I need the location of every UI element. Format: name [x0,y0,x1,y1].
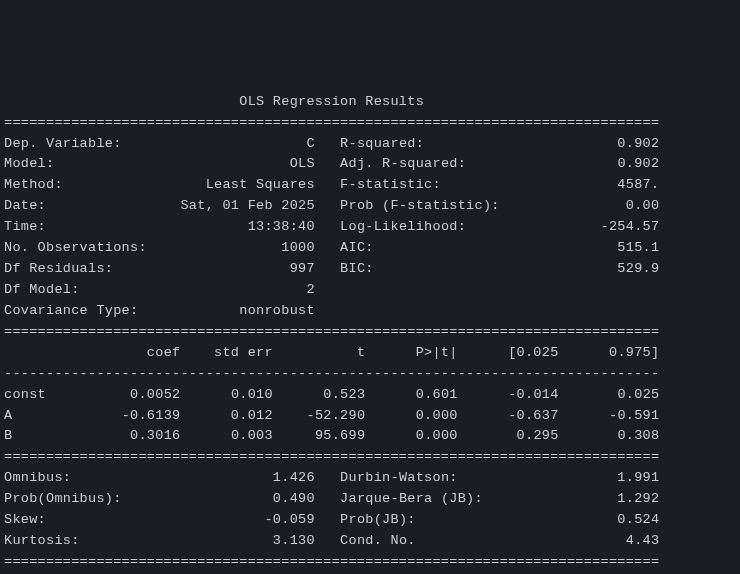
kurtosis-value: 3.130 [273,533,315,548]
cond-no-value: 4.43 [626,533,660,548]
row-time: Time: 13:38:40 Log-Likelihood: -254.57 [4,219,659,234]
date-value: Sat, 01 Feb 2025 [180,198,314,213]
row-omnibus: Omnibus: 1.426 Durbin-Watson: 1.991 [4,470,659,485]
title-line: OLS Regression Results [4,94,659,109]
cov-type-label: Covariance Type: [4,303,138,318]
row-ci-low: 0.295 [517,428,559,443]
row-std-err: 0.010 [231,387,273,402]
r-squared-value: 0.902 [617,136,659,151]
df-resid-label: Df Residuals: [4,261,113,276]
row-std-err: 0.012 [231,408,273,423]
row-date: Date: Sat, 01 Feb 2025 Prob (F-statistic… [4,198,659,213]
prob-jb-value: 0.524 [617,512,659,527]
row-name: A [4,408,12,423]
df-model-value: 2 [306,282,314,297]
coef-row-b: B 0.3016 0.003 95.699 0.000 0.295 0.308 [4,428,659,443]
row-ci-low: -0.637 [508,408,558,423]
row-skew: Skew: -0.059 Prob(JB): 0.524 [4,512,659,527]
row-method: Method: Least Squares F-statistic: 4587. [4,177,659,192]
prob-f-label: Prob (F-statistic): [340,198,500,213]
row-p: 0.000 [416,428,458,443]
f-stat-value: 4587. [617,177,659,192]
rule-double: ========================================… [4,449,659,464]
row-t: 0.523 [323,387,365,402]
jb-label: Jarque-Bera (JB): [340,491,483,506]
dw-value: 1.991 [617,470,659,485]
omnibus-value: 1.426 [273,470,315,485]
aic-value: 515.1 [617,240,659,255]
prob-jb-label: Prob(JB): [340,512,416,527]
prob-omnibus-value: 0.490 [273,491,315,506]
nobs-label: No. Observations: [4,240,147,255]
header-ci-low: [0.025 [508,345,558,360]
regression-output: OLS Regression Results =================… [4,92,736,574]
row-ci-high: 0.025 [617,387,659,402]
date-label: Date: [4,198,46,213]
rule-double: ========================================… [4,324,659,339]
header-p: P>|t| [416,345,458,360]
r-squared-label: R-squared: [340,136,424,151]
bic-label: BIC: [340,261,374,276]
rule-double: ========================================… [4,115,659,130]
row-p: 0.000 [416,408,458,423]
nobs-value: 1000 [281,240,315,255]
bic-value: 529.9 [617,261,659,276]
cond-no-label: Cond. No. [340,533,416,548]
jb-value: 1.292 [617,491,659,506]
header-std-err: std err [214,345,273,360]
adj-r-squared-value: 0.902 [617,156,659,171]
row-p: 0.601 [416,387,458,402]
f-stat-label: F-statistic: [340,177,441,192]
loglik-label: Log-Likelihood: [340,219,466,234]
prob-omnibus-label: Prob(Omnibus): [4,491,122,506]
row-std-err: 0.003 [231,428,273,443]
row-name: const [4,387,46,402]
row-kurtosis: Kurtosis: 3.130 Cond. No. 4.43 [4,533,659,548]
row-df-resid: Df Residuals: 997 BIC: 529.9 [4,261,659,276]
dep-variable-label: Dep. Variable: [4,136,122,151]
time-label: Time: [4,219,46,234]
header-coef: coef [147,345,181,360]
row-ci-low: -0.014 [508,387,558,402]
row-t: -52.290 [306,408,365,423]
method-label: Method: [4,177,63,192]
prob-f-value: 0.00 [626,198,660,213]
row-ci-high: 0.308 [617,428,659,443]
row-df-model: Df Model: 2 [4,282,659,297]
row-coef: 0.0052 [130,387,180,402]
row-coef: -0.6139 [122,408,181,423]
dw-label: Durbin-Watson: [340,470,458,485]
method-value: Least Squares [206,177,315,192]
row-t: 95.699 [315,428,365,443]
header-ci-high: 0.975] [609,345,659,360]
coef-row-const: const 0.0052 0.010 0.523 0.601 -0.014 0.… [4,387,659,402]
row-prob-omnibus: Prob(Omnibus): 0.490 Jarque-Bera (JB): 1… [4,491,659,506]
row-name: B [4,428,12,443]
row-dep-variable: Dep. Variable: C R-squared: 0.902 [4,136,659,151]
time-value: 13:38:40 [248,219,315,234]
df-model-label: Df Model: [4,282,80,297]
skew-value: -0.059 [264,512,314,527]
adj-r-squared-label: Adj. R-squared: [340,156,466,171]
rule-single: ----------------------------------------… [4,366,659,381]
skew-label: Skew: [4,512,46,527]
cov-type-value: nonrobust [239,303,315,318]
row-coef: 0.3016 [130,428,180,443]
row-nobs: No. Observations: 1000 AIC: 515.1 [4,240,659,255]
dep-variable-value: C [306,136,314,151]
row-cov-type: Covariance Type: nonrobust [4,303,659,318]
title: OLS Regression Results [239,94,424,109]
loglik-value: -254.57 [601,219,660,234]
model-label: Model: [4,156,54,171]
aic-label: AIC: [340,240,374,255]
coef-row-a: A -0.6139 0.012 -52.290 0.000 -0.637 -0.… [4,408,659,423]
coef-header-row: coef std err t P>|t| [0.025 0.975] [4,345,659,360]
df-resid-value: 997 [290,261,315,276]
kurtosis-label: Kurtosis: [4,533,80,548]
header-t: t [357,345,365,360]
row-ci-high: -0.591 [609,408,659,423]
model-value: OLS [290,156,315,171]
row-model: Model: OLS Adj. R-squared: 0.902 [4,156,659,171]
omnibus-label: Omnibus: [4,470,71,485]
rule-double: ========================================… [4,554,659,569]
